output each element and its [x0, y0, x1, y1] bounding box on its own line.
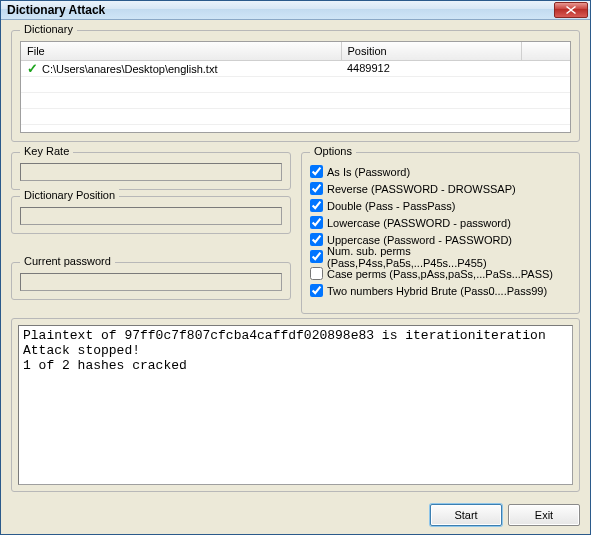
checkbox[interactable] — [310, 199, 323, 212]
option-hybrid[interactable]: Two numbers Hybrid Brute (Pass0....Pass9… — [310, 282, 571, 299]
client-area: Dictionary File Position ✓C:\Users\ana — [1, 20, 590, 500]
file-path: C:\Users\anares\Desktop\english.txt — [42, 63, 217, 75]
checkbox[interactable] — [310, 216, 323, 229]
option-label: Double (Pass - PassPass) — [327, 200, 455, 212]
checkbox[interactable] — [310, 182, 323, 195]
option-reverse[interactable]: Reverse (PASSWORD - DROWSSAP) — [310, 180, 571, 197]
window: Dictionary Attack Dictionary File Positi… — [0, 0, 591, 535]
log-output[interactable]: Plaintext of 97ff0c7f807cfcba4caffdf0208… — [18, 325, 573, 485]
curpass-group: Current password — [11, 262, 291, 300]
dictpos-legend: Dictionary Position — [20, 189, 119, 201]
keyrate-legend: Key Rate — [20, 145, 73, 157]
checkbox[interactable] — [310, 233, 323, 246]
close-icon — [566, 6, 576, 14]
dictpos-field — [20, 207, 282, 225]
option-lowercase[interactable]: Lowercase (PASSWORD - password) — [310, 214, 571, 231]
option-label: Case perms (Pass,pAss,paSs,...PaSs...PAS… — [327, 268, 553, 280]
checkbox[interactable] — [310, 250, 323, 263]
window-title: Dictionary Attack — [7, 3, 554, 17]
keyrate-field — [20, 163, 282, 181]
log-group: Plaintext of 97ff0c7f807cfcba4caffdf0208… — [11, 318, 580, 492]
option-label: Lowercase (PASSWORD - password) — [327, 217, 511, 229]
middle-row: Key Rate Dictionary Position Current pas… — [11, 146, 580, 308]
start-button[interactable]: Start — [430, 504, 502, 526]
options-group: Options As Is (Password) Reverse (PASSWO… — [301, 152, 580, 314]
option-label: Reverse (PASSWORD - DROWSSAP) — [327, 183, 516, 195]
checkbox[interactable] — [310, 165, 323, 178]
option-as-is[interactable]: As Is (Password) — [310, 163, 571, 180]
dictionary-legend: Dictionary — [20, 23, 77, 35]
close-button[interactable] — [554, 2, 588, 18]
left-column: Key Rate Dictionary Position Current pas… — [11, 146, 291, 308]
option-label: As Is (Password) — [327, 166, 410, 178]
checkbox[interactable] — [310, 267, 323, 280]
options-legend: Options — [310, 145, 356, 157]
option-double[interactable]: Double (Pass - PassPass) — [310, 197, 571, 214]
option-label: Two numbers Hybrid Brute (Pass0....Pass9… — [327, 285, 547, 297]
titlebar: Dictionary Attack — [1, 1, 590, 20]
dictionary-table[interactable]: File Position ✓C:\Users\anares\Desktop\e… — [20, 41, 571, 133]
col-pad — [521, 42, 570, 60]
checkbox[interactable] — [310, 284, 323, 297]
option-caseperms[interactable]: Case perms (Pass,pAss,paSs,...PaSs...PAS… — [310, 265, 571, 282]
keyrate-group: Key Rate — [11, 152, 291, 190]
col-file[interactable]: File — [21, 42, 341, 60]
exit-button[interactable]: Exit — [508, 504, 580, 526]
dictionary-group: Dictionary File Position ✓C:\Users\ana — [11, 30, 580, 142]
curpass-field — [20, 273, 282, 291]
table-header-row: File Position — [21, 42, 570, 60]
curpass-legend: Current password — [20, 255, 115, 267]
table-row: . — [21, 108, 570, 124]
table-row: . — [21, 76, 570, 92]
option-label: Num. sub. perms (Pass,P4ss,Pa5s,...P45s.… — [327, 245, 571, 269]
table-row[interactable]: ✓C:\Users\anares\Desktop\english.txt 448… — [21, 60, 570, 76]
table-row: . — [21, 92, 570, 108]
option-numsub[interactable]: Num. sub. perms (Pass,P4ss,Pa5s,...P45s.… — [310, 248, 571, 265]
cell-file: ✓C:\Users\anares\Desktop\english.txt — [21, 60, 341, 76]
cell-position: 4489912 — [341, 60, 521, 76]
dictpos-group: Dictionary Position — [11, 196, 291, 234]
footer: Start Exit — [1, 500, 590, 534]
check-icon: ✓ — [27, 61, 38, 76]
col-position[interactable]: Position — [341, 42, 521, 60]
